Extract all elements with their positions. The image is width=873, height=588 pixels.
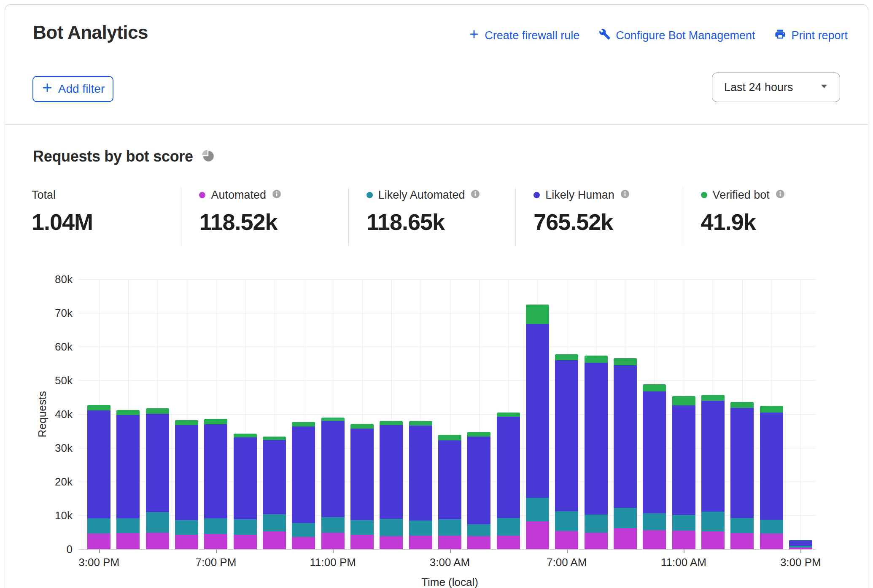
stat-total: Total 1.04M: [32, 188, 181, 246]
bar[interactable]: [730, 402, 754, 549]
bar-segment-verified-bot: [701, 395, 725, 401]
x-axis-label: 11:00 PM: [291, 556, 375, 569]
info-icon[interactable]: [620, 189, 630, 201]
bar[interactable]: [146, 408, 169, 549]
bar-segment-automated: [409, 536, 432, 549]
bar-segment-automated: [701, 531, 725, 549]
bar-segment-likely-automated: [350, 520, 374, 535]
stat-automated: Automated 118.52k: [181, 188, 348, 246]
bar-segment-likely-human: [467, 437, 490, 524]
x-axis-label: 7:00 PM: [174, 556, 258, 569]
bar-segment-likely-human: [321, 421, 345, 517]
bar[interactable]: [497, 413, 520, 549]
bar[interactable]: [467, 432, 490, 549]
bar[interactable]: [409, 421, 432, 549]
section-title: Requests by bot score: [33, 148, 193, 165]
bar-segment-automated: [350, 535, 374, 549]
bar-segment-likely-human: [643, 391, 666, 514]
configure-bot-management-link[interactable]: Configure Bot Management: [599, 28, 755, 43]
bar[interactable]: [585, 356, 608, 549]
bar[interactable]: [672, 396, 695, 549]
bar-segment-likely-human: [292, 426, 315, 523]
bar[interactable]: [87, 405, 110, 549]
bar-segment-likely-automated: [380, 519, 403, 536]
section-header: Requests by bot score: [33, 148, 214, 165]
bar-segment-verified-bot: [467, 432, 490, 436]
bar-segment-automated: [321, 533, 345, 549]
bar-segment-likely-human: [701, 401, 725, 512]
chevron-down-icon: [819, 81, 830, 94]
bar-segment-likely-automated: [175, 520, 198, 534]
likely-human-dot-icon: [534, 192, 540, 198]
bar[interactable]: [701, 395, 725, 549]
bar[interactable]: [175, 420, 198, 549]
stat-value: 118.65k: [366, 209, 515, 235]
bar[interactable]: [438, 435, 461, 549]
wrench-icon: [599, 28, 611, 43]
bar[interactable]: [789, 540, 812, 549]
bar-segment-likely-human: [438, 440, 461, 519]
bar-segment-automated: [643, 530, 666, 549]
y-axis-label: 30k: [25, 441, 73, 455]
bar-segment-likely-human: [175, 425, 198, 520]
stat-likely-automated: Likely Automated 118.65k: [348, 188, 515, 246]
y-axis-label: 0: [25, 542, 73, 556]
info-icon[interactable]: [272, 189, 282, 201]
add-filter-label: Add filter: [58, 82, 105, 96]
bar-segment-verified-bot: [146, 408, 169, 414]
bar-segment-likely-automated: [467, 524, 490, 536]
bar-segment-automated: [234, 535, 257, 549]
info-icon[interactable]: [775, 189, 785, 201]
bar-segment-likely-human: [263, 440, 286, 514]
bar-segment-automated: [614, 528, 637, 549]
bar[interactable]: [292, 422, 315, 549]
bar-segment-likely-human: [760, 413, 783, 520]
bar-segment-likely-automated: [672, 515, 695, 531]
bar[interactable]: [263, 437, 286, 549]
bar-segment-likely-human: [234, 437, 257, 519]
bar[interactable]: [643, 384, 666, 549]
x-axis-label: 7:00 AM: [525, 556, 609, 569]
bar-segment-verified-bot: [555, 354, 578, 360]
bar-segment-automated: [292, 537, 315, 549]
x-axis-tick: [567, 549, 568, 553]
bar[interactable]: [204, 419, 227, 549]
bar-segment-automated: [438, 536, 461, 549]
bar-segment-likely-human: [555, 360, 578, 511]
create-firewall-rule-link[interactable]: Create firewall rule: [469, 29, 579, 43]
bar[interactable]: [614, 358, 637, 549]
bar[interactable]: [526, 305, 549, 549]
plus-icon: [41, 82, 53, 97]
bar-segment-automated: [526, 521, 549, 549]
bar-segment-verified-bot: [204, 419, 227, 424]
bar-segment-verified-bot: [643, 384, 666, 391]
print-report-link[interactable]: Print report: [774, 28, 848, 43]
bar[interactable]: [380, 421, 403, 549]
stat-value: 118.52k: [199, 209, 348, 235]
bar-segment-automated: [380, 536, 403, 549]
add-filter-button[interactable]: Add filter: [32, 76, 113, 102]
time-range-select[interactable]: Last 24 hours: [712, 73, 840, 102]
header-actions: Create firewall rule Configure Bot Manag…: [469, 26, 848, 45]
bar[interactable]: [116, 410, 140, 549]
automated-dot-icon: [199, 192, 205, 198]
bar-segment-automated: [730, 533, 754, 549]
bar[interactable]: [234, 434, 257, 549]
bar[interactable]: [760, 406, 783, 549]
printer-icon: [774, 28, 786, 43]
bar-segment-likely-automated: [701, 512, 725, 531]
bar-segment-verified-bot: [438, 435, 461, 441]
plus-icon: [469, 29, 480, 43]
bar-segment-likely-human: [409, 426, 432, 521]
bar[interactable]: [350, 424, 374, 549]
y-grid-line: [78, 279, 815, 280]
time-range-value: Last 24 hours: [724, 81, 793, 94]
bar-segment-verified-bot: [526, 305, 549, 324]
x-axis-tick: [450, 549, 451, 553]
bar-segment-likely-automated: [321, 517, 345, 533]
bar-segment-likely-automated: [643, 513, 666, 530]
bar[interactable]: [321, 418, 345, 549]
info-icon[interactable]: [470, 189, 480, 201]
bar[interactable]: [555, 354, 578, 549]
bar-segment-automated: [116, 533, 140, 549]
